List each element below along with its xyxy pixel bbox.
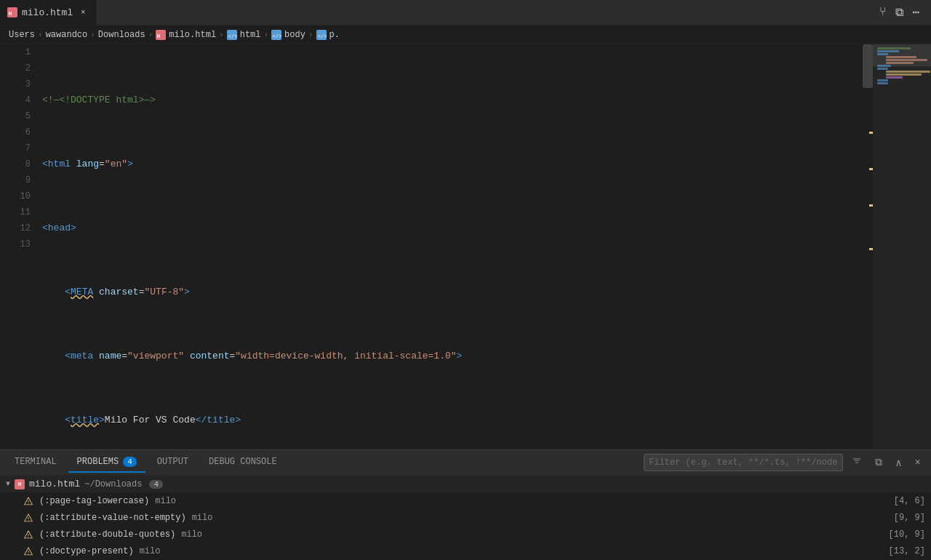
filter-input-container[interactable] (644, 454, 843, 471)
line-num-1: 1 (9, 44, 31, 60)
tab-bar: H milo.html × ⑂ ⧉ ⋯ (0, 0, 931, 25)
problem-location-2: [9, 9] (894, 513, 925, 523)
tab-problems-label: PROBLEMS (77, 457, 119, 467)
breadcrumb-html-icon: H (156, 30, 166, 40)
code-token: content (190, 348, 230, 364)
svg-text:H: H (157, 32, 161, 39)
filter-input[interactable] (649, 457, 838, 468)
line-num-11: 11 (9, 204, 31, 220)
code-token: < (65, 284, 71, 300)
breadcrumb-users[interactable]: Users (9, 30, 35, 40)
editor-scrollbar[interactable] (863, 44, 873, 449)
breadcrumb-element-icon-body: </> (271, 30, 281, 40)
problem-location-1: [4, 6] (894, 496, 925, 506)
editor-area: 1 2 3 4 5 6 7 8 9 10 11 12 13 <!—<!DOCTY… (0, 44, 931, 449)
line-num-8: 8 (9, 156, 31, 172)
code-token: > (99, 412, 105, 428)
breadcrumb-element-icon-html: </> (227, 30, 237, 40)
code-token: > (457, 348, 463, 364)
warning-icon-1 (23, 496, 33, 506)
code-token: META (71, 284, 93, 300)
code-token: = (121, 348, 127, 364)
tab-debug-console[interactable]: DEBUG CONSOLE (200, 452, 286, 473)
code-token: = (230, 348, 236, 364)
panel-filter-area: ⧉ ∧ × (644, 453, 925, 472)
svg-text:</>: </> (228, 33, 236, 39)
code-token: "UTF-8" (144, 284, 184, 300)
code-token: "en" (105, 156, 127, 172)
code-token: = (139, 284, 145, 300)
code-token: > (127, 156, 133, 172)
warning-icon-2 (23, 513, 33, 523)
breadcrumb-p-element[interactable]: p. (329, 30, 340, 40)
tab-problems[interactable]: PROBLEMS 4 (68, 452, 145, 473)
problem-location-3: [10, 9] (889, 529, 925, 540)
tab-filename: milo.html (22, 7, 73, 18)
code-token (42, 284, 65, 300)
problem-item-2[interactable]: (:attribute-value-not-empty) milo [9, 9] (0, 510, 931, 527)
tab-output[interactable]: OUTPUT (148, 452, 197, 473)
tab-bar-actions: ⑂ ⧉ ⋯ (876, 2, 931, 23)
line-num-12: 12 (9, 220, 31, 236)
active-tab[interactable]: H milo.html × (0, 0, 97, 25)
source-control-icon[interactable]: ⑂ (876, 3, 890, 22)
breadcrumb-downloads[interactable]: Downloads (98, 30, 145, 40)
code-token: <!—<!DOCTYPE html>—> (42, 92, 156, 108)
html-file-icon: H (7, 7, 17, 17)
tab-terminal[interactable]: TERMINAL (6, 452, 65, 473)
line-num-10: 10 (9, 188, 31, 204)
copy-panel-icon[interactable]: ⧉ (871, 454, 887, 471)
problem-message-2: (:attribute-value-not-empty) (39, 513, 186, 523)
bottom-panel: TERMINAL PROBLEMS 4 OUTPUT DEBUG CONSOLE… (0, 449, 931, 560)
code-token: title (71, 412, 99, 428)
code-token (42, 348, 65, 364)
problem-source-3: milo (181, 529, 202, 540)
code-token: name (99, 348, 121, 364)
code-token: charset (99, 284, 139, 300)
code-token: < (65, 412, 71, 428)
line-num-7: 7 (9, 140, 31, 156)
tab-close-button[interactable]: × (77, 7, 89, 18)
breadcrumb-sep-6: › (308, 31, 313, 39)
line-num-3: 3 (9, 76, 31, 92)
problem-source-4: milo (140, 546, 161, 556)
filter-icon[interactable] (847, 453, 866, 472)
line-numbers: 1 2 3 4 5 6 7 8 9 10 11 12 13 (0, 44, 36, 449)
collapse-panel-icon[interactable]: ∧ (891, 454, 906, 472)
line-num-4: 4 (9, 92, 31, 108)
file-html-icon: H (15, 479, 25, 489)
breadcrumb-sep-1: › (38, 31, 43, 39)
line-num-9: 9 (9, 172, 31, 188)
code-line-6: <title>Milo For VS Code</title> (36, 412, 863, 428)
panel-tab-bar: TERMINAL PROBLEMS 4 OUTPUT DEBUG CONSOLE… (0, 450, 931, 476)
breadcrumb-sep-4: › (219, 31, 224, 39)
svg-text:H: H (9, 10, 12, 17)
code-token: "width=device-width, initial-scale=1.0" (235, 348, 456, 364)
code-token: lang (76, 156, 99, 172)
scrollbar-thumb[interactable] (863, 44, 873, 88)
code-editor[interactable]: <!—<!DOCTYPE html>—> <html lang="en"> <h… (36, 44, 863, 449)
breadcrumb-sep-3: › (148, 31, 153, 39)
minimap[interactable] (873, 44, 931, 449)
problem-item-3[interactable]: (:attribute-double-quotes) milo [10, 9] (0, 527, 931, 543)
problem-item-1[interactable]: (:page-tag-lowercase) milo [4, 6] (0, 493, 931, 510)
minimap-problem-line (886, 71, 930, 73)
breadcrumb-html-element[interactable]: html (240, 30, 261, 40)
tab-output-label: OUTPUT (157, 457, 188, 467)
problem-count: 4 (149, 480, 163, 489)
breadcrumb-wawandco[interactable]: wawandco (46, 30, 88, 40)
split-editor-icon[interactable]: ⧉ (892, 3, 906, 23)
tab-debug-label: DEBUG CONSOLE (209, 457, 277, 467)
close-panel-icon[interactable]: × (911, 454, 925, 471)
breadcrumb-body-element[interactable]: body (284, 30, 305, 40)
problem-filepath: ~/Downloads (84, 479, 142, 489)
problem-file-header[interactable]: ▼ H milo.html ~/Downloads 4 (0, 476, 931, 493)
problem-source-1: milo (155, 496, 176, 506)
more-actions-icon[interactable]: ⋯ (909, 2, 922, 23)
breadcrumb-filename[interactable]: milo.html (169, 30, 216, 40)
problems-badge: 4 (123, 457, 137, 467)
problem-filename: milo.html (29, 479, 80, 489)
line-num-5: 5 (9, 108, 31, 124)
problem-item-4[interactable]: (:doctype-present) milo [13, 2] (0, 543, 931, 560)
chevron-icon: ▼ (6, 480, 10, 488)
